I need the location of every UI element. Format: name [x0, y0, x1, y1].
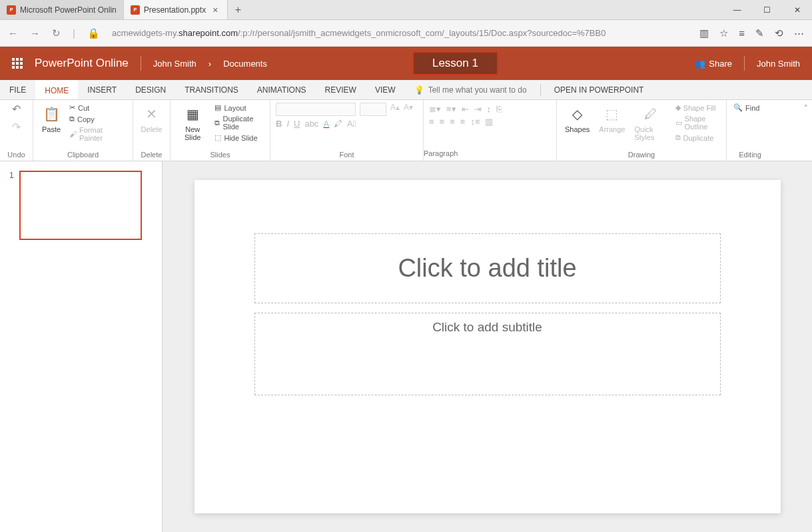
- favorite-icon[interactable]: ☆: [719, 27, 728, 39]
- hide-slide-button[interactable]: ⬚Hide Slide: [213, 133, 264, 143]
- paste-button[interactable]: 📋 Paste: [39, 103, 64, 135]
- new-slide-button[interactable]: ▦ New Slide: [176, 103, 209, 143]
- shapes-icon: ◇: [568, 104, 588, 124]
- line-spacing-button[interactable]: ↕≡: [470, 117, 480, 127]
- title-placeholder[interactable]: Click to add title: [254, 233, 721, 303]
- highlight-button[interactable]: 🖍: [334, 119, 342, 129]
- refresh-icon[interactable]: ↻: [52, 27, 61, 39]
- underline-button[interactable]: U: [294, 119, 300, 129]
- new-tab-button[interactable]: +: [228, 0, 248, 19]
- tab-insert[interactable]: INSERT: [78, 80, 126, 99]
- more-icon[interactable]: ⋯: [794, 27, 804, 39]
- app-brand-bar: PowerPoint Online John Smith › Documents…: [0, 47, 812, 80]
- hub-icon[interactable]: ≡: [739, 27, 745, 39]
- divider: [540, 84, 541, 96]
- forward-icon[interactable]: →: [30, 27, 40, 39]
- arrange-button[interactable]: ⬚Arrange: [596, 103, 627, 135]
- clear-format-button[interactable]: A⃠: [347, 119, 356, 129]
- slide[interactable]: Click to add title Click to add subtitle: [195, 180, 781, 513]
- app-launcher-icon[interactable]: [12, 58, 23, 69]
- powerpoint-icon: P: [7, 5, 16, 15]
- tab-home[interactable]: HOME: [35, 80, 78, 99]
- align-right-button[interactable]: ≡: [450, 117, 455, 127]
- arrange-icon: ⬚: [602, 104, 622, 124]
- back-icon[interactable]: ←: [8, 27, 18, 39]
- delete-button[interactable]: ✕ Delete: [139, 103, 165, 135]
- cut-button[interactable]: ✂Cut: [68, 103, 127, 113]
- format-painter-button[interactable]: 🖌Format Painter: [68, 125, 127, 143]
- shapes-button[interactable]: ◇Shapes: [562, 103, 592, 135]
- bullets-button[interactable]: ≣▾: [429, 104, 441, 114]
- columns-button[interactable]: ▥: [485, 117, 493, 127]
- shape-outline-button[interactable]: ▭Shape Outline: [674, 114, 721, 131]
- open-in-powerpoint[interactable]: OPEN IN POWERPOINT: [545, 80, 653, 99]
- url-field[interactable]: acmewidgets-my.sharepoint.com/:p:/r/pers…: [112, 28, 687, 38]
- slide-thumbnail[interactable]: [19, 171, 142, 240]
- shape-fill-button[interactable]: ◆Shape Fill: [674, 103, 721, 113]
- font-color-button[interactable]: A: [323, 119, 329, 129]
- browser-tab-active[interactable]: P Presentation.pptx ×: [124, 0, 228, 19]
- powerpoint-icon: P: [131, 5, 140, 15]
- duplicate-slide-button[interactable]: ⧉Duplicate Slide: [213, 114, 264, 131]
- lightbulb-icon: 💡: [414, 85, 424, 95]
- workspace: 1 Click to add title Click to add subtit…: [0, 161, 812, 532]
- italic-button[interactable]: I: [286, 119, 289, 129]
- close-button[interactable]: ✕: [782, 0, 812, 19]
- notes-icon[interactable]: ✎: [755, 27, 764, 39]
- tab-animations[interactable]: ANIMATIONS: [248, 80, 316, 99]
- reading-icon[interactable]: ▥: [699, 27, 709, 39]
- bold-button[interactable]: B: [276, 119, 282, 129]
- maximize-button[interactable]: ☐: [752, 0, 782, 19]
- outline-icon: ▭: [675, 119, 682, 127]
- tab-view[interactable]: VIEW: [366, 80, 405, 99]
- align-center-button[interactable]: ≡: [440, 117, 445, 127]
- inc-indent-button[interactable]: ⇥: [474, 104, 482, 114]
- group-label: Undo: [0, 151, 33, 159]
- minimize-button[interactable]: —: [722, 0, 752, 19]
- tab-design[interactable]: DESIGN: [126, 80, 175, 99]
- group-editing: 🔍Find Editing: [727, 100, 773, 161]
- text-direction-button[interactable]: ↕: [487, 104, 492, 114]
- share-button[interactable]: 👥 Share: [695, 59, 732, 69]
- copy-button[interactable]: ⧉Copy: [68, 114, 127, 124]
- numbering-button[interactable]: ≡▾: [446, 104, 456, 114]
- tell-me-search[interactable]: 💡 Tell me what you want to do: [405, 80, 536, 99]
- document-title-input[interactable]: Lesson 1: [412, 51, 498, 75]
- quick-styles-button[interactable]: 🖊Quick Styles: [631, 103, 669, 143]
- browser-titlebar: P Microsoft PowerPoint Onlin P Presentat…: [0, 0, 812, 20]
- thumbnail-item[interactable]: 1: [9, 171, 153, 240]
- redo-button[interactable]: ↷: [12, 121, 21, 133]
- share-icon[interactable]: ⟲: [775, 27, 783, 39]
- align-left-button[interactable]: ≡: [429, 117, 434, 127]
- dec-indent-button[interactable]: ⇤: [462, 104, 469, 114]
- grow-font-icon[interactable]: A▴: [390, 103, 400, 112]
- tab-review[interactable]: REVIEW: [316, 80, 366, 99]
- tab-transitions[interactable]: TRANSITIONS: [175, 80, 248, 99]
- undo-button[interactable]: ↶: [12, 103, 21, 115]
- breadcrumb-folder[interactable]: Documents: [223, 59, 267, 69]
- slide-thumbnails-panel[interactable]: 1: [0, 161, 163, 532]
- justify-button[interactable]: ≡: [460, 117, 466, 127]
- scissors-icon: ✂: [69, 103, 75, 112]
- collapse-ribbon-icon[interactable]: ˄: [804, 104, 808, 113]
- duplicate-shape-button[interactable]: ⧉Duplicate: [674, 133, 721, 143]
- layout-button[interactable]: ▤Layout: [213, 103, 264, 113]
- align-text-button[interactable]: ⎘: [496, 104, 502, 114]
- find-button[interactable]: 🔍Find: [732, 103, 768, 113]
- font-size-select[interactable]: [360, 103, 386, 116]
- hide-icon: ⬚: [214, 133, 221, 142]
- shrink-font-icon[interactable]: A▾: [404, 103, 413, 112]
- breadcrumb-user[interactable]: John Smith: [153, 59, 197, 69]
- subtitle-placeholder[interactable]: Click to add subtitle: [254, 313, 721, 395]
- font-family-select[interactable]: [276, 103, 356, 116]
- close-icon[interactable]: ×: [210, 5, 220, 15]
- copy-icon: ⧉: [69, 115, 75, 123]
- group-label: Paragraph: [424, 148, 556, 159]
- strike-button[interactable]: abc: [304, 119, 318, 129]
- window-controls: — ☐ ✕: [722, 0, 812, 19]
- browser-tab[interactable]: P Microsoft PowerPoint Onlin: [0, 0, 124, 19]
- tab-file[interactable]: FILE: [0, 80, 35, 99]
- signed-in-user[interactable]: John Smith: [757, 59, 800, 69]
- group-paragraph: ≣▾ ≡▾ ⇤ ⇥ ↕ ⎘ ≡ ≡ ≡ ≡ ↕≡ ▥ Paragraph: [424, 100, 557, 161]
- clipboard-icon: 📋: [41, 104, 61, 124]
